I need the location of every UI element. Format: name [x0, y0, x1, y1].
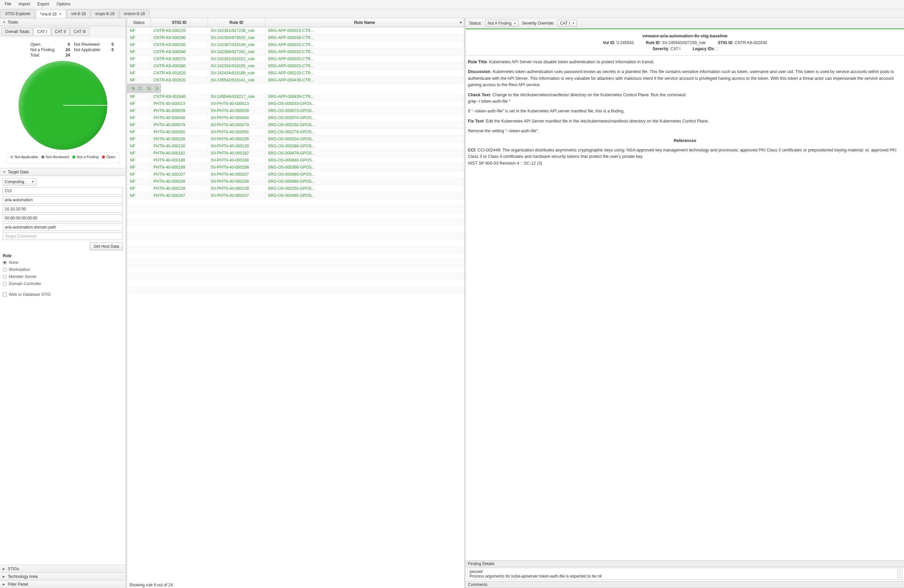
- cell-rule-id: SV-PHTN-40-000130: [208, 143, 265, 149]
- role-member-server-radio[interactable]: [3, 275, 7, 279]
- menu-import[interactable]: Import: [15, 1, 33, 7]
- table-row[interactable]: NFPHTN-40-000013SV-PHTN-40-000013SRG-OS-…: [127, 100, 464, 107]
- table-row[interactable]: NFCNTR-K8-002620SV-245542r918141_ruleSRG…: [127, 77, 464, 84]
- cell-rule-id: SV-PHTN-40-000092: [208, 128, 265, 135]
- table-row[interactable]: NFCNTR-K8-001620SV-242434r918188_ruleSRG…: [127, 70, 464, 77]
- legend-dot-nr: [41, 155, 44, 158]
- finding-details-header: Finding Details: [466, 560, 904, 567]
- table-row[interactable]: NFPHTN-40-000182SV-PHTN-40-000182SRG-OS-…: [127, 150, 464, 157]
- empty-row: [127, 287, 464, 294]
- get-host-data-button[interactable]: Get Host Data: [90, 242, 123, 250]
- tab-vrops[interactable]: vrops-8-18: [91, 9, 119, 18]
- table-row[interactable]: NFCNTR-K8-000370SV-242391r918152_ruleSRG…: [127, 55, 464, 63]
- table-row[interactable]: NFPHTN-40-000247SV-PHTN-40-000247SRG-OS-…: [127, 192, 464, 199]
- ip-input[interactable]: 10.10.10.50: [3, 205, 123, 213]
- cell-status: NF: [127, 70, 151, 76]
- empty-row: [127, 267, 464, 273]
- cell-rule-id: SV-242383r879533_rule: [208, 34, 265, 41]
- chevron-down-icon: ▼: [572, 22, 575, 25]
- table-row[interactable]: NFCNTR-K8-000290SV-242383r879533_ruleSRG…: [127, 34, 464, 41]
- empty-row: [127, 247, 464, 253]
- tab-stig-explorer[interactable]: STIG Explorer: [1, 9, 35, 18]
- computing-select[interactable]: Computing▼: [3, 178, 36, 185]
- cell-stig-id: CNTR-K8-002640: [151, 93, 208, 100]
- table-row[interactable]: NFPHTN-40-000208SV-PHTN-40-000208SRG-OS-…: [127, 178, 464, 185]
- empty-row: [127, 280, 464, 287]
- cell-rule-name: SRG-APP-000233-CTR...: [265, 70, 464, 76]
- cell-rule-id: SV-PHTN-40-000239: [208, 185, 265, 192]
- host-input[interactable]: aria-automation: [3, 196, 123, 204]
- table-row[interactable]: NFCNTR-K8-000380SV-242392r918155_ruleSRG…: [127, 63, 464, 70]
- table-row[interactable]: NFCNTR-K8-002630SV-245543r927259_ruleSRG…: [127, 84, 161, 93]
- table-row[interactable]: NFPHTN-40-000079SV-PHTN-40-000079SRG-OS-…: [127, 122, 464, 128]
- category-tabs: Overall Totals CAT I CAT II CAT III: [0, 26, 126, 37]
- target-data-header[interactable]: ▼ Target Data: [0, 168, 126, 176]
- cell-status: NF: [127, 27, 151, 34]
- target-comments-input[interactable]: Target Comments: [3, 232, 123, 240]
- cat-i[interactable]: CAT I: [33, 28, 51, 36]
- table-row[interactable]: NFPHTN-40-000040SV-PHTN-40-000040SRG-OS-…: [127, 114, 464, 122]
- cell-rule-id: SV-242392r918155_rule: [208, 63, 265, 70]
- table-row[interactable]: NFCNTR-K8-002640SV-245544r918217_ruleSRG…: [127, 93, 464, 100]
- table-row[interactable]: NFPHTN-40-000105SV-PHTN-40-000105SRG-OS-…: [127, 136, 464, 143]
- tab-vra[interactable]: *vra-8-18✕: [36, 10, 66, 18]
- cell-stig-id: PHTN-40-000040: [151, 114, 208, 121]
- close-icon[interactable]: ✕: [58, 12, 62, 16]
- cui-input[interactable]: CUI: [3, 187, 123, 194]
- cat-iii[interactable]: CAT III: [70, 28, 90, 36]
- role-domain-controller-radio[interactable]: [3, 282, 7, 286]
- table-row[interactable]: NFPHTN-40-000188SV-PHTN-40-000188SRG-OS-…: [127, 157, 464, 164]
- finding-details-box[interactable]: passed Process arguments for kube-apiser…: [467, 568, 902, 580]
- table-row[interactable]: NFPHTN-40-000039SV-PHTN-40-000039SRG-OS-…: [127, 107, 464, 114]
- tech-area-header[interactable]: ▶ Technology Area: [0, 572, 126, 580]
- stigs-header[interactable]: ▶ STIGs: [0, 565, 126, 572]
- web-db-stig-checkbox[interactable]: [3, 292, 7, 297]
- mac-input[interactable]: 00:00:00:00:00:00: [3, 214, 123, 222]
- baseline-title: vmware-aria-automation-8x-stig-baseline: [472, 33, 898, 38]
- scrollbar[interactable]: [897, 569, 902, 579]
- role-workstation-radio[interactable]: [3, 267, 7, 272]
- legend-dot-open: [102, 155, 105, 158]
- tab-vrli[interactable]: vrli-8-18: [66, 9, 90, 18]
- severity-select[interactable]: CAT I▼: [558, 20, 577, 27]
- col-rule-id[interactable]: Rule ID: [208, 18, 265, 27]
- cell-stig-id: PHTN-40-000208: [151, 178, 208, 185]
- menu-options[interactable]: Options: [53, 1, 74, 7]
- cell-rule-id: SV-PHTN-40-000199: [208, 164, 265, 171]
- cell-rule-name: SRG-OS-000033-GPOS...: [265, 100, 464, 107]
- col-stig-id[interactable]: STIG ID: [151, 18, 208, 27]
- cell-rule-id: SV-PHTN-40-000013: [208, 100, 265, 107]
- table-row[interactable]: NFPHTN-40-000239SV-PHTN-40-000239SRG-OS-…: [127, 185, 464, 192]
- fqdn-input[interactable]: aria-automation.domain.path: [3, 223, 123, 231]
- chevron-right-icon: ▶: [3, 583, 6, 586]
- cat-overall[interactable]: Overall Totals: [2, 28, 33, 36]
- menu-export[interactable]: Export: [34, 1, 52, 7]
- col-status[interactable]: Status: [127, 18, 151, 27]
- table-row[interactable]: NFCNTR-K8-000340SV-242388r927242_ruleSRG…: [127, 49, 464, 55]
- empty-row: [127, 240, 464, 247]
- cell-status: NF: [127, 93, 151, 100]
- cell-stig-id: CNTR-K8-000290: [151, 34, 208, 41]
- table-row[interactable]: NFPHTN-40-000199SV-PHTN-40-000199SRG-OS-…: [127, 164, 464, 171]
- cell-rule-id: SV-PHTN-40-000188: [208, 157, 265, 164]
- cell-rule-name: SRG-OS-000366-GPOS...: [265, 143, 464, 149]
- totals-header[interactable]: ▼ Totals: [0, 18, 126, 26]
- tab-vrslcm[interactable]: vrslcm-8-18: [120, 9, 149, 18]
- table-row[interactable]: NFPHTN-40-000092SV-PHTN-40-000092SRG-OS-…: [127, 128, 464, 136]
- filter-panel-header[interactable]: ▶ Filter Panel: [0, 580, 126, 588]
- menu-file[interactable]: File: [2, 1, 14, 7]
- chevron-down-icon: ▼: [514, 22, 516, 25]
- col-rule-name[interactable]: Rule Name: [265, 18, 464, 27]
- table-row[interactable]: NFPHTN-40-000130SV-PHTN-40-000130SRG-OS-…: [127, 143, 464, 150]
- cell-stig-id: CNTR-K8-000340: [151, 49, 208, 55]
- cell-rule-name: SRG-OS-000478-GPOS...: [265, 150, 464, 156]
- table-row[interactable]: NFPHTN-40-000207SV-PHTN-40-000207SRG-OS-…: [127, 171, 464, 178]
- table-row[interactable]: NFCNTR-K8-000220SV-242381r927239_ruleSRG…: [127, 27, 464, 34]
- role-none-radio[interactable]: [3, 261, 7, 264]
- cell-stig-id: PHTN-40-000039: [151, 107, 208, 114]
- status-select[interactable]: Not A Finding▼: [485, 20, 518, 27]
- cat-ii[interactable]: CAT II: [51, 28, 70, 36]
- cell-rule-id: SV-PHTN-40-000105: [208, 136, 265, 142]
- chevron-down-icon: ▼: [31, 180, 34, 183]
- table-row[interactable]: NFCNTR-K8-000330SV-242387r918149_ruleSRG…: [127, 41, 464, 49]
